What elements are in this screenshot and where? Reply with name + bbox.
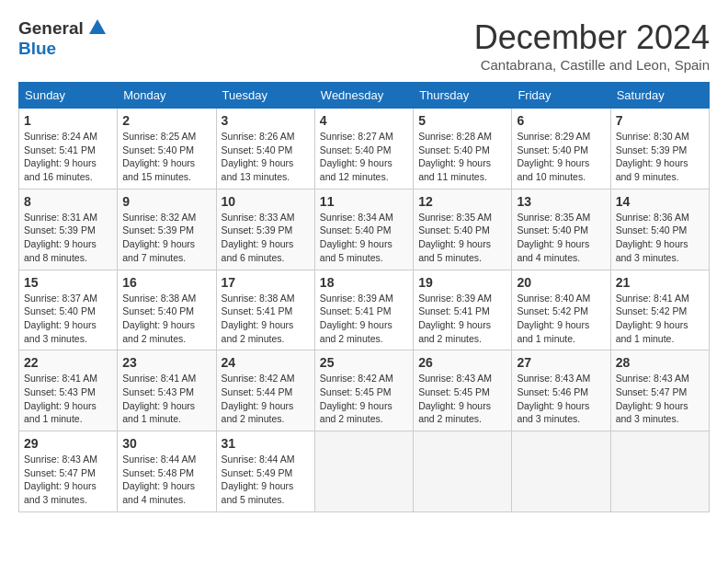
day-info: Sunrise: 8:32 AMSunset: 5:39 PMDaylight:… — [122, 212, 196, 263]
day-info: Sunrise: 8:24 AMSunset: 5:41 PMDaylight:… — [24, 131, 97, 182]
day-number: 22 — [24, 355, 112, 370]
day-number: 25 — [320, 355, 408, 370]
logo: General Blue — [18, 18, 106, 59]
calendar-header-row: Sunday Monday Tuesday Wednesday Thursday… — [19, 83, 710, 109]
day-info: Sunrise: 8:33 AMSunset: 5:39 PMDaylight:… — [222, 212, 295, 263]
day-number: 17 — [222, 275, 310, 290]
day-number: 12 — [418, 194, 506, 209]
col-saturday: Saturday — [610, 83, 709, 109]
day-number: 31 — [222, 436, 310, 451]
day-cell-1: 1 Sunrise: 8:24 AMSunset: 5:41 PMDayligh… — [19, 109, 118, 190]
day-cell-14: 14 Sunrise: 8:36 AMSunset: 5:40 PMDaylig… — [610, 189, 709, 270]
day-cell-28: 28 Sunrise: 8:43 AMSunset: 5:47 PMDaylig… — [610, 350, 709, 431]
calendar-week-2: 8 Sunrise: 8:31 AMSunset: 5:39 PMDayligh… — [19, 189, 710, 270]
day-info: Sunrise: 8:41 AMSunset: 5:42 PMDaylight:… — [616, 293, 689, 344]
day-cell-30: 30 Sunrise: 8:44 AMSunset: 5:48 PMDaylig… — [118, 431, 216, 512]
day-number: 30 — [122, 436, 210, 451]
day-info: Sunrise: 8:40 AMSunset: 5:42 PMDaylight:… — [517, 293, 590, 344]
day-cell-18: 18 Sunrise: 8:39 AMSunset: 5:41 PMDaylig… — [314, 270, 413, 350]
day-number: 21 — [616, 275, 704, 290]
day-info: Sunrise: 8:35 AMSunset: 5:40 PMDaylight:… — [418, 212, 492, 263]
day-number: 14 — [616, 194, 704, 209]
day-number: 10 — [222, 194, 310, 209]
day-cell-23: 23 Sunrise: 8:41 AMSunset: 5:43 PMDaylig… — [118, 350, 216, 431]
day-cell-15: 15 Sunrise: 8:37 AMSunset: 5:40 PMDaylig… — [19, 270, 118, 350]
day-cell-3: 3 Sunrise: 8:26 AMSunset: 5:40 PMDayligh… — [216, 109, 314, 190]
day-cell-2: 2 Sunrise: 8:25 AMSunset: 5:40 PMDayligh… — [118, 109, 216, 190]
day-info: Sunrise: 8:42 AMSunset: 5:44 PMDaylight:… — [222, 373, 295, 424]
day-cell-24: 24 Sunrise: 8:42 AMSunset: 5:44 PMDaylig… — [216, 350, 314, 431]
page-header: General Blue December 2024 Cantabrana, C… — [18, 18, 710, 73]
empty-cell — [414, 431, 512, 512]
day-number: 4 — [320, 113, 408, 128]
day-info: Sunrise: 8:44 AMSunset: 5:49 PMDaylight:… — [222, 454, 295, 505]
col-sunday: Sunday — [19, 83, 118, 109]
day-number: 29 — [24, 436, 112, 451]
logo-general-text: General — [18, 18, 84, 39]
day-info: Sunrise: 8:28 AMSunset: 5:40 PMDaylight:… — [418, 131, 492, 182]
day-cell-31: 31 Sunrise: 8:44 AMSunset: 5:49 PMDaylig… — [216, 431, 314, 512]
day-cell-5: 5 Sunrise: 8:28 AMSunset: 5:40 PMDayligh… — [414, 109, 512, 190]
day-number: 15 — [24, 275, 112, 290]
day-cell-16: 16 Sunrise: 8:38 AMSunset: 5:40 PMDaylig… — [118, 270, 216, 350]
day-number: 19 — [418, 275, 506, 290]
day-number: 1 — [24, 113, 112, 128]
title-area: December 2024 Cantabrana, Castille and L… — [474, 18, 710, 73]
col-monday: Monday — [118, 83, 216, 109]
day-number: 20 — [517, 275, 605, 290]
day-cell-11: 11 Sunrise: 8:34 AMSunset: 5:40 PMDaylig… — [314, 189, 413, 270]
day-number: 11 — [320, 194, 408, 209]
day-info: Sunrise: 8:38 AMSunset: 5:40 PMDaylight:… — [122, 293, 196, 344]
day-info: Sunrise: 8:43 AMSunset: 5:47 PMDaylight:… — [24, 454, 97, 505]
day-info: Sunrise: 8:43 AMSunset: 5:46 PMDaylight:… — [517, 373, 590, 424]
day-info: Sunrise: 8:44 AMSunset: 5:48 PMDaylight:… — [122, 454, 196, 505]
day-info: Sunrise: 8:38 AMSunset: 5:41 PMDaylight:… — [222, 293, 295, 344]
day-info: Sunrise: 8:27 AMSunset: 5:40 PMDaylight:… — [320, 131, 393, 182]
day-info: Sunrise: 8:31 AMSunset: 5:39 PMDaylight:… — [24, 212, 97, 263]
day-cell-22: 22 Sunrise: 8:41 AMSunset: 5:43 PMDaylig… — [19, 350, 118, 431]
day-cell-21: 21 Sunrise: 8:41 AMSunset: 5:42 PMDaylig… — [610, 270, 709, 350]
day-number: 18 — [320, 275, 408, 290]
logo-triangle-icon — [89, 19, 106, 38]
col-thursday: Thursday — [414, 83, 512, 109]
day-cell-29: 29 Sunrise: 8:43 AMSunset: 5:47 PMDaylig… — [19, 431, 118, 512]
day-info: Sunrise: 8:29 AMSunset: 5:40 PMDaylight:… — [517, 131, 590, 182]
day-cell-8: 8 Sunrise: 8:31 AMSunset: 5:39 PMDayligh… — [19, 189, 118, 270]
day-number: 13 — [517, 194, 605, 209]
day-cell-12: 12 Sunrise: 8:35 AMSunset: 5:40 PMDaylig… — [414, 189, 512, 270]
day-info: Sunrise: 8:42 AMSunset: 5:45 PMDaylight:… — [320, 373, 393, 424]
empty-cell — [610, 431, 709, 512]
logo-blue-text: Blue — [18, 39, 56, 58]
day-cell-10: 10 Sunrise: 8:33 AMSunset: 5:39 PMDaylig… — [216, 189, 314, 270]
day-number: 6 — [517, 113, 605, 128]
day-number: 7 — [616, 113, 704, 128]
day-cell-20: 20 Sunrise: 8:40 AMSunset: 5:42 PMDaylig… — [512, 270, 610, 350]
calendar-week-5: 29 Sunrise: 8:43 AMSunset: 5:47 PMDaylig… — [19, 431, 710, 512]
day-info: Sunrise: 8:35 AMSunset: 5:40 PMDaylight:… — [517, 212, 590, 263]
day-cell-25: 25 Sunrise: 8:42 AMSunset: 5:45 PMDaylig… — [314, 350, 413, 431]
day-number: 3 — [222, 113, 310, 128]
day-info: Sunrise: 8:34 AMSunset: 5:40 PMDaylight:… — [320, 212, 393, 263]
day-cell-6: 6 Sunrise: 8:29 AMSunset: 5:40 PMDayligh… — [512, 109, 610, 190]
day-cell-13: 13 Sunrise: 8:35 AMSunset: 5:40 PMDaylig… — [512, 189, 610, 270]
empty-cell — [512, 431, 610, 512]
day-cell-7: 7 Sunrise: 8:30 AMSunset: 5:39 PMDayligh… — [610, 109, 709, 190]
day-number: 9 — [122, 194, 210, 209]
day-number: 16 — [122, 275, 210, 290]
day-info: Sunrise: 8:43 AMSunset: 5:45 PMDaylight:… — [418, 373, 492, 424]
day-info: Sunrise: 8:36 AMSunset: 5:40 PMDaylight:… — [616, 212, 689, 263]
empty-cell — [314, 431, 413, 512]
day-info: Sunrise: 8:43 AMSunset: 5:47 PMDaylight:… — [616, 373, 689, 424]
location-subtitle: Cantabrana, Castille and Leon, Spain — [474, 57, 710, 73]
day-info: Sunrise: 8:41 AMSunset: 5:43 PMDaylight:… — [122, 373, 196, 424]
day-cell-17: 17 Sunrise: 8:38 AMSunset: 5:41 PMDaylig… — [216, 270, 314, 350]
day-cell-9: 9 Sunrise: 8:32 AMSunset: 5:39 PMDayligh… — [118, 189, 216, 270]
day-cell-26: 26 Sunrise: 8:43 AMSunset: 5:45 PMDaylig… — [414, 350, 512, 431]
day-cell-19: 19 Sunrise: 8:39 AMSunset: 5:41 PMDaylig… — [414, 270, 512, 350]
col-tuesday: Tuesday — [216, 83, 314, 109]
day-number: 23 — [122, 355, 210, 370]
calendar-week-3: 15 Sunrise: 8:37 AMSunset: 5:40 PMDaylig… — [19, 270, 710, 350]
day-number: 2 — [122, 113, 210, 128]
calendar-table: Sunday Monday Tuesday Wednesday Thursday… — [18, 82, 710, 512]
day-number: 24 — [222, 355, 310, 370]
